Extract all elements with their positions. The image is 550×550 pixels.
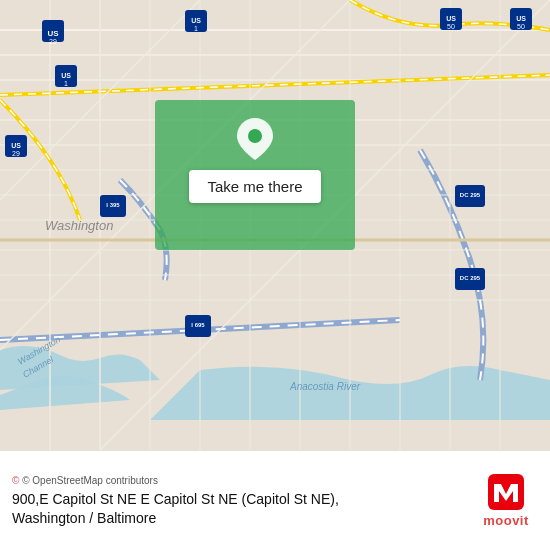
- svg-text:Anacostia River: Anacostia River: [289, 381, 361, 392]
- city-line: Washington / Baltimore: [12, 510, 464, 526]
- svg-text:US: US: [516, 15, 526, 22]
- svg-text:1: 1: [64, 80, 68, 87]
- svg-text:50: 50: [447, 23, 455, 30]
- app: US 29 US 1 US 1 US 50 US 50 I 395 I 695: [0, 0, 550, 550]
- map-area: US 29 US 1 US 1 US 50 US 50 I 395 I 695: [0, 0, 550, 450]
- svg-text:I 395: I 395: [106, 202, 120, 208]
- osm-credit: © © OpenStreetMap contributors: [12, 475, 464, 486]
- moovit-icon: [488, 474, 524, 510]
- svg-text:US: US: [61, 72, 71, 79]
- take-me-there-button[interactable]: Take me there: [189, 170, 320, 203]
- info-text: © © OpenStreetMap contributors 900,E Cap…: [12, 475, 464, 526]
- svg-text:DC 295: DC 295: [460, 192, 481, 198]
- moovit-brand-label: moovit: [483, 513, 529, 528]
- info-bar: © © OpenStreetMap contributors 900,E Cap…: [0, 450, 550, 550]
- svg-text:29: 29: [49, 38, 57, 45]
- svg-text:50: 50: [517, 23, 525, 30]
- location-pin: [237, 118, 273, 160]
- address-line1: 900,E Capitol St NE E Capitol St NE (Cap…: [12, 490, 464, 510]
- svg-text:US: US: [446, 15, 456, 22]
- moovit-logo: moovit: [474, 474, 538, 528]
- svg-text:29: 29: [12, 150, 20, 157]
- map-highlight: Take me there: [155, 100, 355, 250]
- svg-text:US: US: [191, 17, 201, 24]
- svg-rect-61: [488, 474, 524, 510]
- svg-text:Washington: Washington: [45, 218, 113, 233]
- svg-text:1: 1: [194, 25, 198, 32]
- svg-text:US: US: [47, 29, 59, 38]
- svg-text:DC 295: DC 295: [460, 275, 481, 281]
- svg-text:I 695: I 695: [191, 322, 205, 328]
- svg-point-60: [248, 129, 262, 143]
- svg-text:US: US: [11, 142, 21, 149]
